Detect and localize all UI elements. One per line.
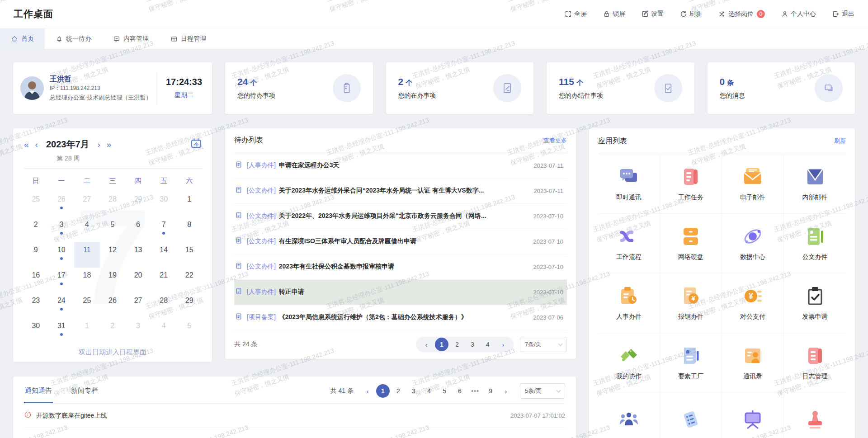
app-item-要素工厂[interactable]: 要素工厂 [660,333,722,393]
app-item[interactable] [722,393,784,438]
lock-screen-button[interactable]: 锁屏 [603,10,625,18]
calendar-day[interactable]: 13 [125,242,151,268]
app-item-对公支付[interactable]: ¥对公支付 [722,273,784,333]
calendar-day[interactable]: 3 [125,318,151,344]
calendar-day[interactable]: 18 [74,268,100,293]
app-item-报销办件[interactable]: ¥报销办件 [660,273,722,333]
calendar-day[interactable]: 1 [74,318,100,344]
calendar-day[interactable]: 30 [23,318,49,344]
page-ellipsis[interactable]: ••• [468,384,482,398]
todo-item[interactable]: [公文办件]关于2023年水务运维外采合同“2023年水务局统一认证 有生博大V… [234,179,567,204]
app-item[interactable] [660,393,722,438]
prev-page-button[interactable]: ‹ [420,338,433,351]
page-button-active[interactable]: 1 [435,338,448,351]
calendar-day[interactable]: 28 [100,192,126,217]
tab-notices[interactable]: 通知通告 [24,380,53,403]
calendar-day[interactable]: 10 [49,242,75,268]
app-item-我的协作[interactable]: 我的协作 [598,333,660,393]
todo-item[interactable]: [公文办件]关于2022年、2023年水务局运维项目外采“北京市政务云服务合同（… [234,204,567,229]
page-button[interactable]: 3 [407,384,420,398]
calendar-day[interactable]: 28 [151,293,177,318]
app-item-即时通讯[interactable]: 即时通讯 [598,154,660,214]
app-item-电子邮件[interactable]: 电子邮件 [722,154,784,214]
app-item-数据中心[interactable]: 数据中心 [722,214,784,273]
prev-month-button[interactable]: ‹ [34,140,39,149]
app-item[interactable] [784,393,846,438]
tab-content-management[interactable]: 内容管理 [102,28,160,49]
calendar-day[interactable]: 16 [23,268,49,293]
refresh-button[interactable]: 刷新 [680,10,702,18]
next-month-button[interactable]: › [97,140,101,149]
todo-item[interactable]: [人事办件]转正申请2023-07-10 [234,280,567,305]
calendar-day[interactable]: 29 [176,293,202,318]
next-page-button[interactable]: › [496,338,510,351]
app-item[interactable] [598,393,660,438]
calendar-day[interactable]: 27 [74,192,100,217]
todo-item[interactable]: [公文办件]2023年有生社保公积金基数申报审核申请2023-07-10 [234,254,567,280]
calendar-day[interactable]: 25 [74,293,100,318]
calendar-day[interactable]: 26 [49,192,75,217]
app-item-工作任务[interactable]: 工作任务 [660,154,722,214]
next-year-button[interactable]: » [106,140,113,149]
todo-item[interactable]: [人事办件]申请在家远程办公3天2023-07-11 [234,153,567,179]
calendar-day[interactable]: 23 [23,293,49,318]
calendar-day[interactable]: 7 [151,217,177,242]
app-item-公文办件[interactable]: 公文办件 [784,214,846,273]
tab-news[interactable]: 新闻专栏 [70,380,99,403]
page-button-active[interactable]: 1 [376,384,390,398]
calendar-day[interactable]: 2 [23,217,49,242]
tab-home[interactable]: 首页 [0,28,45,49]
calendar-day[interactable]: 25 [23,192,49,217]
calendar-day[interactable]: 5 [100,217,126,242]
app-item-网络硬盘[interactable]: 网络硬盘 [660,214,722,273]
settings-button[interactable]: 设置 [642,10,664,18]
page-button[interactable]: 2 [450,338,464,351]
calendar-day[interactable]: 4 [74,217,100,242]
calendar-day[interactable]: 30 [151,192,177,217]
app-item-日志管理[interactable]: 日志管理 [784,333,846,393]
calendar-day[interactable]: 19 [100,268,126,293]
calendar-day[interactable]: 15 [176,242,202,268]
next-page-button[interactable]: › [499,384,513,398]
app-item-工作流程[interactable]: 工作流程 [598,214,660,273]
calendar-day[interactable]: 2 [100,318,126,344]
app-item-发票申请[interactable]: 发票申请 [784,273,846,333]
stat-card-messages[interactable]: 0条 您的消息 [708,62,855,114]
today-icon[interactable]: 今 [190,137,202,151]
prev-page-button[interactable]: ‹ [361,384,374,398]
calendar-day[interactable]: 22 [176,268,202,293]
todo-page-size-select[interactable]: 7条/页 [520,337,567,352]
stat-card-todo[interactable]: 24个 您的待办事项 [225,62,373,114]
calendar-day[interactable]: 31 [49,318,75,344]
fullscreen-button[interactable]: 全屏 [565,10,587,18]
calendar-day[interactable]: 3 [49,217,75,242]
page-button[interactable]: 4 [481,338,495,351]
app-item-内部邮件[interactable]: 内部邮件 [784,154,846,214]
calendar-day[interactable]: 5 [176,318,202,344]
logout-button[interactable]: 退出 [832,10,854,18]
stat-card-completed[interactable]: 115个 您的办结件事项 [547,62,694,114]
page-button[interactable]: 5 [438,384,451,398]
app-item-通讯录[interactable]: 通讯录 [722,333,784,393]
calendar-day[interactable]: 27 [125,293,151,318]
calendar-day[interactable]: 1 [176,192,202,217]
prev-year-button[interactable]: « [23,140,30,149]
calendar-day[interactable]: 12 [100,242,126,268]
page-button[interactable]: 6 [453,384,467,398]
notice-item[interactable]: 开源数字底座在gitee上线2023-07-07 17:01:02 [24,404,565,428]
notice-page-size-select[interactable]: 5条/页 [520,383,565,399]
page-button[interactable]: 9 [484,384,497,398]
calendar-day[interactable]: 24 [49,293,75,318]
calendar-day[interactable]: 9 [23,242,49,268]
select-position-button[interactable]: 选择岗位 0 [718,10,765,18]
calendar-day[interactable]: 26 [100,293,126,318]
calendar-day[interactable]: 21 [151,268,177,293]
page-button[interactable]: 2 [392,384,405,398]
tab-schedule-management[interactable]: 日程管理 [160,28,217,49]
calendar-day[interactable]: 17 [49,268,75,293]
stat-card-inprogress[interactable]: 2个 您的在办事项 [386,62,534,114]
personal-center-button[interactable]: 个人中心 [781,10,816,18]
calendar-day[interactable]: 29 [125,192,151,217]
calendar-day[interactable]: 14 [151,242,177,268]
page-button[interactable]: 4 [422,384,436,398]
